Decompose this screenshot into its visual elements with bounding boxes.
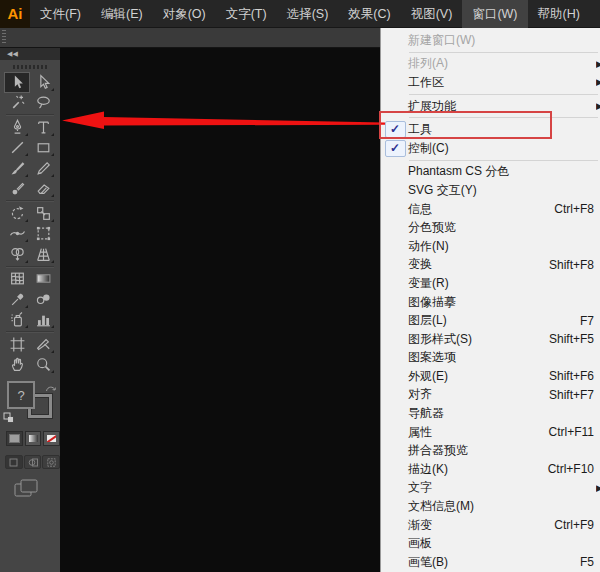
- shape-builder-tool-button[interactable]: [4, 244, 30, 265]
- checkmark-cell: ✓: [382, 140, 408, 157]
- menu-item-transform[interactable]: 变换Shift+F8: [381, 256, 600, 275]
- gradient-tool-button[interactable]: [30, 269, 56, 290]
- eyedropper-tool-button[interactable]: [4, 289, 30, 310]
- draw-inside-button[interactable]: [42, 455, 60, 469]
- none-button[interactable]: [43, 431, 60, 446]
- menu-item-artboards[interactable]: 画板: [381, 534, 600, 553]
- pen-tool-button[interactable]: [4, 117, 30, 138]
- rectangle-tool-button[interactable]: [30, 138, 56, 159]
- menu-item-shortcut: Shift+F6: [549, 369, 600, 383]
- draw-normal-button[interactable]: [5, 455, 23, 469]
- menu-item-attributes[interactable]: 属性Ctrl+F11: [381, 423, 600, 442]
- menu-item-phantasm[interactable]: Phantasm CS 分色: [381, 163, 600, 182]
- menu-item-navigator[interactable]: 导航器: [381, 404, 600, 423]
- menu-item-arrange[interactable]: 排列(A)▶: [381, 55, 600, 74]
- menu-item-svg-interactivity[interactable]: SVG 交互(Y): [381, 181, 600, 200]
- drag-grip-handle[interactable]: [2, 30, 6, 45]
- draw-behind-button[interactable]: [24, 455, 42, 469]
- menu-item-align[interactable]: 对齐Shift+F7: [381, 386, 600, 405]
- blob-brush-tool-button[interactable]: [4, 179, 30, 200]
- collapse-panel-icon[interactable]: ◀◀: [7, 50, 18, 57]
- menu-item-tools[interactable]: ✓工具: [381, 120, 600, 139]
- menu-item-label: 控制(C): [408, 140, 600, 157]
- column-graph-tool-button[interactable]: [30, 310, 56, 331]
- panel-drag-dots[interactable]: [13, 65, 47, 69]
- menu-item-document-info[interactable]: 文档信息(M): [381, 497, 600, 516]
- screen-mode-icon[interactable]: [14, 479, 60, 501]
- pencil-tool-button[interactable]: [30, 158, 56, 179]
- menu-item-appearance[interactable]: 外观(E)Shift+F6: [381, 367, 600, 386]
- menu-item-info[interactable]: 信息Ctrl+F8: [381, 200, 600, 219]
- menu-item-label: 外观(E): [408, 368, 549, 385]
- default-fill-stroke-icon[interactable]: [3, 410, 15, 428]
- fill-color-swatch[interactable]: ?: [7, 381, 35, 409]
- menubar-item-object[interactable]: 对象(O): [153, 0, 216, 28]
- tool-group-separator: [6, 200, 54, 202]
- fill-stroke-widget: ?: [0, 379, 60, 429]
- menu-item-separations-preview[interactable]: 分色预览: [381, 218, 600, 237]
- menu-item-shortcut: Ctrl+F10: [548, 462, 600, 476]
- menu-item-stroke[interactable]: 描边(K)Ctrl+F10: [381, 460, 600, 479]
- menu-item-label: 分色预览: [408, 219, 600, 236]
- menu-item-label: 属性: [408, 424, 549, 441]
- menu-item-type-panels[interactable]: 文字▶: [381, 479, 600, 498]
- line-segment-tool-button[interactable]: [4, 138, 30, 159]
- menubar-item-view[interactable]: 视图(V): [401, 0, 463, 28]
- menu-item-layers[interactable]: 图层(L)F7: [381, 311, 600, 330]
- direct-selection-icon: [35, 74, 52, 91]
- direct-selection-tool-button[interactable]: [30, 72, 56, 93]
- eraser-tool-button[interactable]: [30, 179, 56, 200]
- menu-item-actions[interactable]: 动作(N): [381, 237, 600, 256]
- symbol-sprayer-tool-button[interactable]: [4, 310, 30, 331]
- perspective-grid-tool-button[interactable]: [30, 244, 56, 265]
- free-transform-icon: [35, 225, 52, 242]
- menu-item-flattener-preview[interactable]: 拼合器预览: [381, 441, 600, 460]
- mesh-tool-button[interactable]: [4, 269, 30, 290]
- menubar-item-select[interactable]: 选择(S): [277, 0, 339, 28]
- slice-tool-button[interactable]: [30, 334, 56, 355]
- menubar-items: 文件(F)编辑(E)对象(O)文字(T)选择(S)效果(C)视图(V)窗口(W)…: [30, 0, 590, 28]
- eyedropper-icon: [9, 291, 26, 308]
- selection-tool-button[interactable]: [4, 72, 30, 93]
- menu-item-control[interactable]: ✓控制(C): [381, 139, 600, 158]
- width-tool-button[interactable]: [4, 224, 30, 245]
- scale-tool-button[interactable]: [30, 203, 56, 224]
- menu-item-workspace[interactable]: 工作区▶: [381, 73, 600, 92]
- tool-group-separator: [6, 266, 54, 268]
- zoom-tool-button[interactable]: [30, 355, 56, 376]
- lasso-tool-button[interactable]: [30, 93, 56, 114]
- magic-wand-icon: [9, 94, 26, 111]
- menu-item-gradient[interactable]: 渐变Ctrl+F9: [381, 516, 600, 535]
- hand-tool-button[interactable]: [4, 355, 30, 376]
- menubar-item-edit[interactable]: 编辑(E): [91, 0, 153, 28]
- blend-icon: [35, 291, 52, 308]
- menu-item-label: SVG 交互(Y): [408, 182, 600, 199]
- menu-item-graphic-styles[interactable]: 图形样式(S)Shift+F5: [381, 330, 600, 349]
- menu-item-variables[interactable]: 变量(R): [381, 274, 600, 293]
- menubar-item-type[interactable]: 文字(T): [216, 0, 277, 28]
- rotate-tool-button[interactable]: [4, 203, 30, 224]
- mesh-icon: [9, 270, 26, 287]
- menubar-item-help[interactable]: 帮助(H): [528, 0, 590, 28]
- menu-item-extensions[interactable]: 扩展功能▶: [381, 97, 600, 116]
- menu-item-image-trace[interactable]: 图像描摹: [381, 293, 600, 312]
- artboard-tool-button[interactable]: [4, 334, 30, 355]
- menubar-item-window[interactable]: 窗口(W): [462, 0, 527, 28]
- gradient-button[interactable]: [25, 431, 42, 446]
- menu-item-brushes[interactable]: 画笔(B)F5: [381, 553, 600, 572]
- menu-separator: [409, 160, 598, 161]
- menubar-item-file[interactable]: 文件(F): [30, 0, 91, 28]
- paintbrush-tool-button[interactable]: [4, 158, 30, 179]
- free-transform-tool-button[interactable]: [30, 224, 56, 245]
- menu-item-pattern-options[interactable]: 图案选项: [381, 349, 600, 368]
- column-graph-icon: [35, 311, 52, 328]
- menu-item-new-window[interactable]: 新建窗口(W): [381, 31, 600, 50]
- menubar-item-effect[interactable]: 效果(C): [338, 0, 400, 28]
- blend-tool-button[interactable]: [30, 289, 56, 310]
- color-button[interactable]: [6, 431, 23, 446]
- magic-wand-tool-button[interactable]: [4, 93, 30, 114]
- type-tool-button[interactable]: [30, 117, 56, 138]
- tools-panel: ◀◀ ?: [0, 48, 60, 572]
- rectangle-icon: [35, 139, 52, 156]
- menu-item-label: 文档信息(M): [408, 498, 600, 515]
